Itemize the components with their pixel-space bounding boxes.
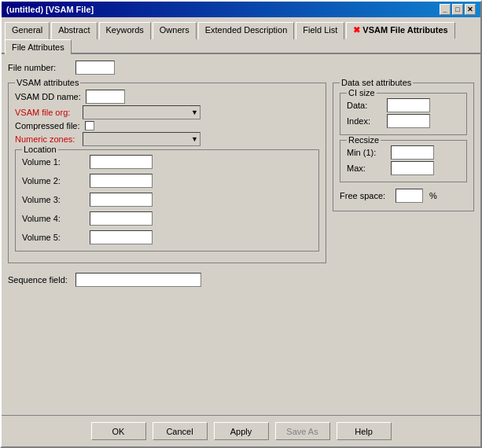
vsam-dd-name-row: VSAM DD name: (15, 90, 319, 104)
data-set-attributes-group: Data set attributes CI size Data: Index: (333, 83, 474, 211)
volume-3-row: Volume 3: (22, 193, 312, 207)
vsam-attributes-group: VSAM attributes VSAM DD name: VSAM file … (8, 83, 326, 263)
volume-4-input[interactable] (90, 211, 153, 226)
volume-4-row: Volume 4: (22, 211, 312, 226)
file-number-row: File number: (8, 61, 474, 75)
min-row: Min (1): (347, 145, 460, 160)
content-area: File number: VSAM attributes VSAM DD nam… (2, 54, 480, 415)
sequence-field-row: Sequence field: (8, 273, 326, 287)
vsam-file-org-row: VSAM file org: ▼ (15, 105, 319, 119)
numeric-zones-label: Numeric zones: (15, 134, 78, 144)
right-panel: Data set attributes CI size Data: Index: (333, 83, 474, 409)
numeric-zones-row: Numeric zones: ▼ (15, 132, 319, 146)
index-row: Index: (347, 114, 460, 128)
vsam-file-org-dropdown[interactable]: ▼ (83, 105, 201, 119)
min-label: Min (1): (347, 148, 386, 157)
volume-2-label: Volume 2: (22, 176, 85, 185)
free-space-row: Free space: % (340, 189, 467, 203)
main-panels: VSAM attributes VSAM DD name: VSAM file … (8, 83, 474, 409)
cancel-button[interactable]: Cancel (153, 422, 208, 440)
recsize-title: Recsize (347, 135, 381, 145)
file-number-label: File number: (8, 63, 71, 72)
free-space-input[interactable] (396, 189, 423, 203)
tab-keywords[interactable]: Keywords (99, 22, 151, 39)
volume-5-label: Volume 5: (22, 233, 85, 242)
title-bar: (untitled) [VSAM File] _ □ ✕ (2, 2, 480, 17)
tab-bar: General Abstract Keywords Owners Extende… (2, 17, 480, 54)
tab-extended-description[interactable]: Extended Description (198, 22, 295, 39)
location-grid: Volume 1: Volume 2: Volume 3: (22, 155, 312, 246)
numeric-zones-arrow-icon: ▼ (191, 135, 198, 143)
data-row: Data: (347, 98, 460, 112)
max-row: Max: (347, 161, 460, 175)
volume-4-label: Volume 4: (22, 214, 85, 223)
index-input[interactable] (387, 114, 430, 128)
volume-5-input[interactable] (90, 230, 153, 244)
tab-owners[interactable]: Owners (153, 22, 197, 39)
vsam-dd-name-label: VSAM DD name: (15, 92, 81, 101)
bottom-buttons: OK Cancel Apply Save As Help (2, 415, 480, 446)
vsam-file-org-label: VSAM file org: (15, 108, 78, 117)
free-space-label: Free space: (340, 191, 391, 200)
volume-3-label: Volume 3: (22, 195, 85, 204)
title-bar-buttons: _ □ ✕ (440, 4, 476, 15)
compressed-file-label: Compressed file: (15, 121, 80, 130)
minimize-button[interactable]: _ (440, 4, 451, 15)
max-label: Max: (347, 163, 386, 173)
save-as-button[interactable]: Save As (275, 422, 330, 440)
tab-general[interactable]: General (5, 22, 50, 39)
data-input[interactable] (387, 98, 430, 112)
error-icon: ✖ (353, 25, 360, 35)
numeric-zones-dropdown[interactable]: ▼ (83, 132, 201, 146)
sequence-field-input[interactable] (75, 273, 201, 287)
percent-label: % (429, 191, 437, 200)
ok-button[interactable]: OK (91, 422, 146, 440)
volume-1-row: Volume 1: (22, 155, 312, 169)
left-panel: VSAM attributes VSAM DD name: VSAM file … (8, 83, 326, 409)
vsam-attributes-title: VSAM attributes (15, 78, 80, 87)
main-window: (untitled) [VSAM File] _ □ ✕ General Abs… (0, 0, 482, 448)
tab-file-attributes[interactable]: File Attributes (5, 39, 72, 54)
volume-1-label: Volume 1: (22, 157, 85, 167)
location-group: Location Volume 1: Volume 2: V (15, 149, 319, 252)
file-number-input[interactable] (75, 61, 115, 75)
recsize-group: Recsize Min (1): Max: (340, 140, 467, 182)
data-label: Data: (347, 101, 382, 110)
maximize-button[interactable]: □ (452, 4, 463, 15)
compressed-file-checkbox[interactable] (85, 121, 94, 130)
ci-size-group: CI size Data: Index: (340, 93, 467, 135)
volume-3-input[interactable] (90, 193, 153, 207)
location-title: Location (22, 145, 58, 154)
ci-size-title: CI size (347, 88, 377, 97)
window-title: (untitled) [VSAM File] (6, 5, 94, 14)
tab-abstract[interactable]: Abstract (51, 22, 97, 39)
index-label: Index: (347, 116, 382, 126)
help-button[interactable]: Help (337, 422, 392, 440)
tab-vsam-file-attributes[interactable]: ✖VSAM File Attributes (346, 22, 454, 39)
close-button[interactable]: ✕ (465, 4, 476, 15)
volume-2-input[interactable] (90, 174, 153, 188)
apply-button[interactable]: Apply (214, 422, 269, 440)
sequence-field-label: Sequence field: (8, 275, 71, 285)
tab-field-list[interactable]: Field List (296, 22, 344, 39)
volume-2-row: Volume 2: (22, 174, 312, 188)
vsam-dd-name-input[interactable] (86, 90, 125, 104)
volume-1-input[interactable] (90, 155, 153, 169)
min-input[interactable] (391, 145, 434, 160)
data-set-attributes-title: Data set attributes (340, 78, 413, 87)
vsam-file-org-arrow-icon: ▼ (191, 108, 198, 116)
compressed-file-row: Compressed file: (15, 121, 319, 130)
max-input[interactable] (391, 161, 434, 175)
volume-5-row: Volume 5: (22, 230, 312, 244)
